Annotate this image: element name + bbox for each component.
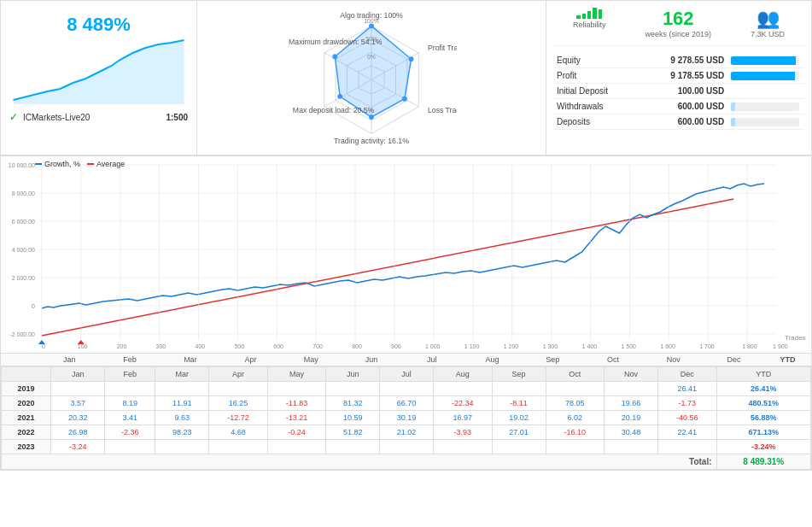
broker-check-icon: ✓ (9, 111, 18, 123)
metric-label: Profit (553, 68, 640, 84)
mini-chart-svg (9, 36, 188, 104)
col-year (2, 367, 51, 382)
bar3 (587, 11, 591, 19)
metric-bar (727, 114, 804, 130)
cell-2019-Nov (605, 382, 658, 396)
average-legend: Average (87, 160, 125, 168)
month-labels: Jan Feb Mar Apr May Jun Jul Aug Sep Oct … (39, 354, 764, 366)
cell-2020-Jan: 3.57 (51, 396, 105, 411)
average-legend-label: Average (96, 160, 125, 168)
svg-text:1 500: 1 500 (621, 343, 636, 349)
cell-2023-Apr (209, 440, 268, 454)
svg-text:1 200: 1 200 (504, 343, 519, 349)
cell-2020-Jul: 66.70 (380, 396, 434, 411)
svg-text:1 000: 1 000 (425, 343, 441, 349)
cell-2019-Jul (380, 382, 434, 396)
cell-2023-Jul (380, 440, 434, 454)
svg-point-14 (402, 97, 407, 102)
row-year-2021: 2021 (2, 411, 51, 425)
cell-2019-Apr (209, 382, 268, 396)
cell-2020-Dec: -1.73 (657, 396, 716, 411)
cell-2020-Sep: -8.11 (492, 396, 546, 411)
cell-2023-Aug (434, 440, 493, 454)
cell-2022-Jun: 51.82 (326, 425, 380, 440)
cell-2021-Aug: 16.97 (434, 411, 493, 425)
metric-label: Deposits (553, 114, 640, 130)
cell-2019-Aug (434, 382, 493, 396)
metric-label: Equity (553, 53, 640, 68)
svg-text:Trades: Trades (785, 334, 806, 342)
svg-text:0: 0 (32, 303, 35, 309)
cell-2019-Jun (326, 382, 380, 396)
cell-2021-Nov: 20.19 (605, 411, 658, 425)
col-feb: Feb (105, 367, 155, 382)
metric-value: 9 278.55 USD (640, 53, 727, 68)
col-aug: Aug (434, 367, 493, 382)
bar5 (599, 9, 602, 19)
col-jun: Jun (326, 367, 380, 382)
cell-2020-Aug: -22.34 (434, 396, 493, 411)
radar-chart: 100% 50% 0% Algo trading: 100% Profit Tr… (286, 9, 457, 146)
radar-deposit-label: Max deposit load: 20.5% (293, 106, 375, 114)
metric-value: 600.00 USD (640, 114, 727, 130)
chart-wrapper: Growth, % Average 10 000.00 8 000.00 (1, 156, 811, 353)
bar1 (576, 15, 580, 19)
svg-text:0%: 0% (367, 54, 376, 60)
cell-2023-Sep (492, 440, 546, 454)
radar-profit-label: Profit Trades: 44% (428, 44, 457, 52)
cell-2020-Jun: 81.32 (326, 396, 380, 411)
cell-2020-Apr: 16.25 (209, 396, 268, 411)
svg-text:1 800: 1 800 (742, 343, 757, 349)
cell-2019-Oct (546, 382, 605, 396)
growth-legend-line (35, 163, 42, 165)
metric-value: 600.00 USD (640, 99, 727, 114)
col-mar: Mar (155, 367, 209, 382)
cell-2021-Jun: 10.59 (326, 411, 380, 425)
month-aug: Aug (462, 354, 523, 366)
weeks-block: 162 weeks (since 2019) (645, 8, 711, 38)
month-nov: Nov (644, 354, 704, 366)
cell-2022-Nov: 30.48 (605, 425, 658, 440)
cell-2020-May: -11.83 (267, 396, 326, 411)
cell-2022-Dec: 22.41 (657, 425, 716, 440)
cell-2022-ytd: 671.13% (716, 425, 810, 440)
month-may: May (281, 354, 342, 366)
svg-text:2 000.00: 2 000.00 (12, 275, 35, 281)
metric-label: Withdrawals (553, 99, 640, 114)
main-container: 8 489% ✓ ICMarkets-Live20 1:500 (0, 0, 812, 471)
svg-point-16 (337, 94, 342, 99)
metric-label: Initial Deposit (553, 84, 640, 99)
stats-top-row: Reliability 162 weeks (since 2019) 👥 7.3… (553, 8, 804, 46)
cell-2021-Dec: -40.56 (657, 411, 716, 425)
cell-2021-Mar: 9.63 (155, 411, 209, 425)
col-nov: Nov (605, 367, 658, 382)
total-value: 8 489.31% (716, 454, 810, 470)
svg-text:900: 900 (391, 343, 401, 349)
cell-2021-Feb: 3.41 (105, 411, 155, 425)
metrics-table: Equity 9 278.55 USD Profit 9 178.55 USD … (553, 53, 804, 130)
cell-2023-ytd: -3.24% (716, 440, 810, 454)
month-mar: Mar (161, 354, 221, 366)
svg-text:300: 300 (156, 343, 166, 349)
svg-text:1 600: 1 600 (660, 343, 675, 349)
cell-2023-Oct (546, 440, 605, 454)
data-table-wrap: JanFebMarAprMayJunJulAugSepOctNovDecYTD2… (1, 366, 811, 470)
growth-legend-label: Growth, % (44, 160, 80, 168)
svg-point-15 (369, 114, 374, 120)
metric-value: 9 178.55 USD (640, 68, 727, 84)
svg-text:200: 200 (117, 343, 127, 349)
metric-bar (727, 68, 804, 84)
cell-2020-Nov: 19.66 (605, 396, 658, 411)
svg-text:10 000.00: 10 000.00 (9, 162, 35, 168)
month-feb: Feb (100, 354, 161, 366)
stats-area: Reliability 162 weeks (since 2019) 👥 7.3… (546, 1, 811, 155)
svg-text:1 100: 1 100 (464, 343, 480, 349)
radar-activity-label: Trading activity: 16.1% (334, 137, 409, 145)
svg-text:500: 500 (234, 343, 244, 349)
chart-legend: Growth, % Average (35, 160, 125, 168)
svg-text:1 700: 1 700 (699, 343, 715, 349)
svg-text:1 400: 1 400 (582, 343, 598, 349)
svg-text:0: 0 (42, 343, 45, 349)
month-ytd: YTD (764, 354, 811, 366)
month-oct: Oct (583, 354, 644, 366)
